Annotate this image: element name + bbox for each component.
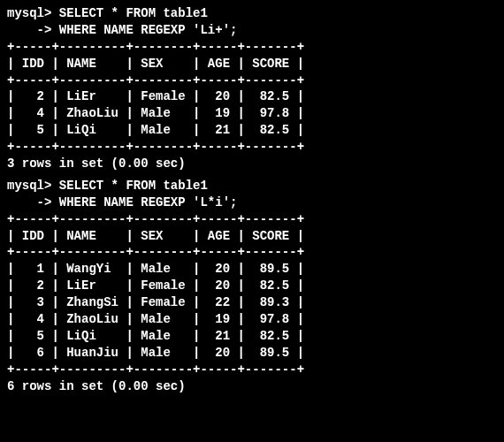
table-row: | 5 | LiQi | Male | 21 | 82.5 | [7, 328, 497, 345]
table-row: | 3 | ZhangSi | Female | 22 | 89.3 | [7, 294, 497, 311]
table-row: | 1 | WangYi | Male | 20 | 89.5 | [7, 261, 497, 278]
table-row: | 4 | ZhaoLiu | Male | 19 | 97.8 | [7, 311, 497, 328]
sql-prompt-line-1: mysql> SELECT * FROM table1 [7, 5, 497, 22]
table-header-row: | IDD | NAME | SEX | AGE | SCORE | [7, 228, 497, 245]
table-border-mid: +-----+---------+--------+-----+-------+ [7, 72, 497, 89]
table-border-top: +-----+---------+--------+-----+-------+ [7, 39, 497, 56]
table-header-row: | IDD | NAME | SEX | AGE | SCORE | [7, 56, 497, 72]
table-row: | 2 | LiEr | Female | 20 | 82.5 | [7, 278, 497, 294]
table-row: | 2 | LiEr | Female | 20 | 82.5 | [7, 88, 497, 105]
result-footer: 3 rows in set (0.00 sec) [7, 156, 497, 172]
table-row: | 6 | HuanJiu | Male | 20 | 89.5 | [7, 345, 497, 362]
table-row: | 4 | ZhaoLiu | Male | 19 | 97.8 | [7, 105, 497, 122]
table-row: | 5 | LiQi | Male | 21 | 82.5 | [7, 122, 497, 139]
sql-prompt-line-1: mysql> SELECT * FROM table1 [7, 178, 497, 194]
table-border-mid: +-----+---------+--------+-----+-------+ [7, 244, 497, 261]
table-border-bottom: +-----+---------+--------+-----+-------+ [7, 139, 497, 156]
result-footer: 6 rows in set (0.00 sec) [7, 378, 497, 395]
table-border-top: +-----+---------+--------+-----+-------+ [7, 211, 497, 228]
sql-prompt-line-2: -> WHERE NAME REGEXP 'L*i'; [7, 194, 497, 211]
terminal-output: mysql> SELECT * FROM table1 -> WHERE NAM… [7, 5, 497, 394]
sql-prompt-line-2: -> WHERE NAME REGEXP 'Li+'; [7, 22, 497, 39]
table-border-bottom: +-----+---------+--------+-----+-------+ [7, 362, 497, 378]
